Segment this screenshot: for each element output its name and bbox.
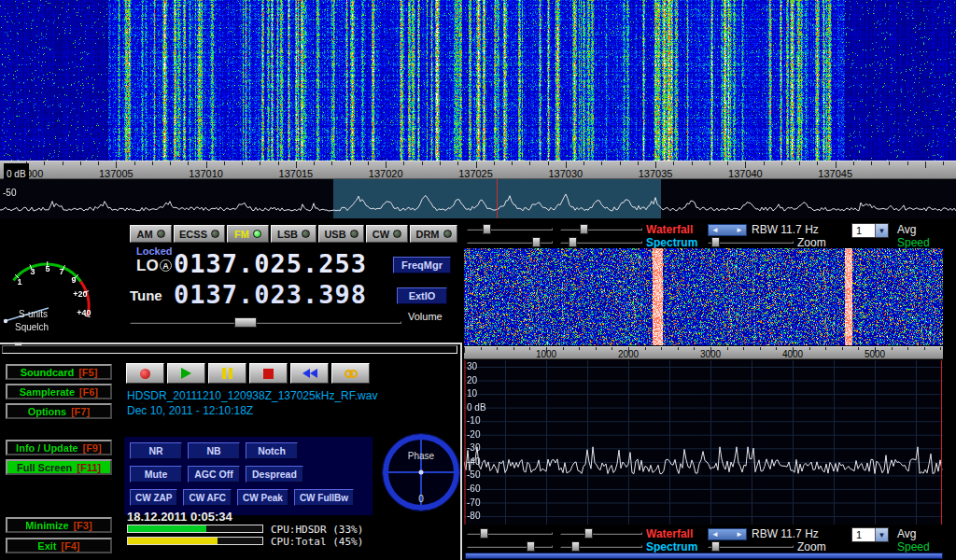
audio-waterfall-display[interactable] [464,248,943,345]
scroll-right-icon[interactable]: ► [736,530,743,539]
main-spectrum-display[interactable] [0,179,956,218]
waterfall-brightness-slider[interactable] [467,224,553,234]
volume-slider-thumb[interactable] [234,317,257,328]
waterfall-contrast-slider[interactable] [560,528,642,539]
waterfall-contrast-slider[interactable] [560,224,642,234]
transport-rewind-button[interactable] [290,363,329,384]
slider-thumb[interactable] [569,237,577,247]
mode-button-cw[interactable]: CW [366,225,408,243]
freqmgr-button[interactable]: FreqMgr [393,257,451,273]
transport-stop-button[interactable] [249,363,288,384]
scroll-left-icon[interactable]: ◄ [711,226,719,234]
phase-indicator[interactable]: Phase 0 [381,427,461,517]
spectrum-upper-slider[interactable] [467,541,553,552]
spectrum-upper-slider[interactable] [467,237,553,247]
tuning-scrollbar[interactable] [2,345,457,354]
cpu-total-bar-fill [128,538,218,544]
slider-thumb[interactable] [711,541,720,552]
pan-scrollbar[interactable]: ◄ ► [708,528,747,540]
dsp-button-mute[interactable]: Mute [130,466,182,483]
clock: 18.12.2011 0:05:34 [127,510,232,524]
dsp-panel: NRNBNotchMuteAGC OffDespreadCW ZAPCW AFC… [124,437,373,515]
slider-thumb[interactable] [483,224,491,234]
zoom-slider[interactable] [708,237,794,247]
audio-spectrum-control-strip: Waterfall Spectrum ◄ ► RBW 11.7 Hz Zoom … [464,526,956,553]
db-tick-label: 10 [467,388,477,399]
button-full-screen[interactable]: Full Screen[F11] [6,459,112,475]
button-soundcard[interactable]: Soundcard[F5] [6,364,112,380]
dsp-button-nr[interactable]: NR [130,442,182,459]
main-frequency-scale[interactable]: 1370001370051370101370151370201370251370… [0,161,956,179]
audio-spectrum-display[interactable]: 3020100 dB-10-20-30-40-50-60-70-80 [464,360,943,525]
dsp-button-cw-peak[interactable]: CW Peak [237,489,288,506]
button-info-update[interactable]: Info / Update[F9] [6,440,112,455]
mode-led-icon [393,230,401,238]
slider-thumb[interactable] [480,528,488,539]
speed-select[interactable]: 1 ▼ [851,223,889,238]
transport-record-button[interactable] [126,363,164,384]
zoom-slider[interactable] [708,541,794,552]
waterfall-tab[interactable]: Waterfall [646,527,693,540]
transport-loop-button[interactable] [331,363,370,384]
button-samplerate[interactable]: Samplerate[F6] [6,384,112,399]
pan-scrollbar[interactable]: ◄ ► [708,224,747,236]
freq-tick-label: 137045 [818,168,852,179]
s-units-label: S-units [19,309,48,319]
scroll-right-icon[interactable]: ► [736,226,743,234]
dsp-button-cw-afc[interactable]: CW AFC [183,489,232,506]
dsp-button-cw-zap[interactable]: CW ZAP [130,489,177,506]
db-tick-label: -10 [467,415,480,426]
button-options[interactable]: Options[F7] [6,403,112,419]
transport-pause-button[interactable] [208,363,246,384]
volume-slider[interactable] [130,317,401,328]
mode-button-label: AM [136,229,152,240]
transport-play-button[interactable] [167,363,205,384]
main-waterfall-display[interactable] [0,0,956,161]
recording-filename: HDSDR_20111210_120938Z_137025kHz_RF.wav [127,389,377,402]
volume-slider-groove [130,321,401,324]
button-label: Samplerate [20,386,75,398]
mode-button-am[interactable]: AM [130,225,172,243]
waterfall-tab[interactable]: Waterfall [646,223,693,236]
lock-badge-icon[interactable]: A [160,259,172,272]
spectrum-tab[interactable]: Spectrum [646,236,697,249]
waterfall-brightness-slider[interactable] [467,528,553,539]
button-hotkey: [F9] [83,442,102,454]
speed-select[interactable]: 1 ▼ [851,527,889,542]
mode-button-ecss[interactable]: ECSS [174,225,225,243]
dsp-button-notch[interactable]: Notch [246,442,298,459]
db-tick-label: 0 dB [467,402,486,413]
chevron-down-icon[interactable]: ▼ [875,224,888,237]
slider-thumb[interactable] [532,237,541,247]
tune-frequency-readout[interactable]: 0137.023.398 [174,282,367,307]
mode-button-usb[interactable]: USB [318,225,364,243]
lo-frequency-readout[interactable]: 0137.025.253 [174,251,367,276]
spectrum-lower-slider[interactable] [560,541,642,552]
button-exit[interactable]: Exit[F4] [6,538,112,553]
audio-spectrum-canvas[interactable] [464,360,943,525]
slider-thumb[interactable] [571,541,580,552]
chevron-down-icon[interactable]: ▼ [875,528,888,541]
zoom-pan-bar[interactable] [465,553,943,559]
mode-button-drm[interactable]: DRM [410,225,457,243]
mode-button-lsb[interactable]: LSB [271,225,316,243]
dsp-button-despread[interactable]: Despread [246,466,303,483]
slider-thumb[interactable] [584,528,593,539]
freq-tick-label: 137040 [728,168,763,179]
slider-thumb[interactable] [711,237,720,247]
audio-frequency-scale[interactable]: 10002000300040005000 [464,346,943,359]
mode-button-fm[interactable]: FM [227,225,269,243]
dsp-button-agc-off[interactable]: AGC Off [188,466,240,483]
db-tick-label: -20 [467,429,480,440]
s-meter-label-7: 7 [59,267,63,276]
slider-thumb[interactable] [580,224,588,234]
spectrum-lower-slider[interactable] [560,237,642,247]
dsp-button-nb[interactable]: NB [188,442,240,459]
pause-icon [222,368,232,379]
slider-thumb[interactable] [527,541,535,552]
scroll-left-icon[interactable]: ◄ [711,530,719,539]
button-minimize[interactable]: Minimize[F3] [6,517,112,533]
extio-button[interactable]: ExtIO [397,287,447,304]
dsp-button-cw-fullbw[interactable]: CW FullBw [294,489,354,506]
spectrum-tab[interactable]: Spectrum [646,540,697,553]
